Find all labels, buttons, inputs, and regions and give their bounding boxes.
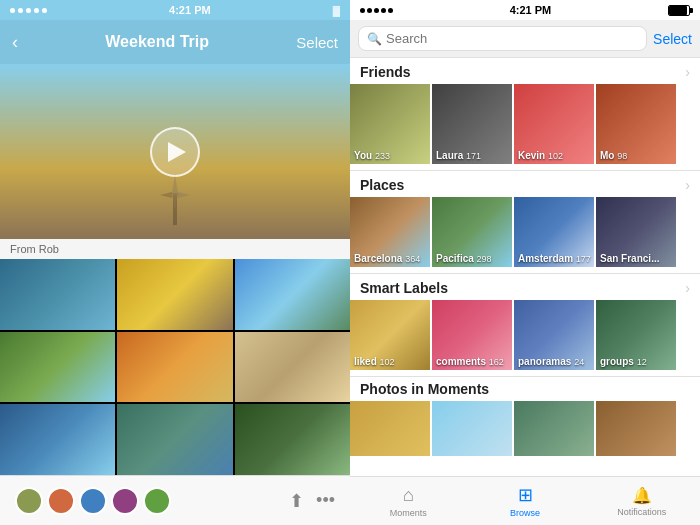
photo-cell[interactable] <box>235 404 350 475</box>
nav-title: Weekend Trip <box>105 33 209 51</box>
more-icon[interactable]: ••• <box>316 490 335 511</box>
friend-count: 233 <box>375 151 390 161</box>
chevron-right-icon: › <box>685 280 690 296</box>
tab-notifications-label: Notifications <box>617 507 666 517</box>
smart-labels-title: Smart Labels <box>360 280 448 296</box>
avatar[interactable] <box>143 487 171 515</box>
search-bar: 🔍 Select <box>350 20 700 58</box>
battery-fill <box>669 6 687 15</box>
place-cell-pacifica[interactable]: Pacifica 298 <box>432 197 512 267</box>
select-button[interactable]: Select <box>653 31 692 47</box>
moment-cell[interactable] <box>596 401 676 456</box>
chevron-right-icon: › <box>685 64 690 80</box>
photo-cell[interactable] <box>117 404 232 475</box>
svg-marker-2 <box>178 192 190 198</box>
signal-dot <box>18 8 23 13</box>
signal-dot <box>360 8 365 13</box>
signal-dot <box>26 8 31 13</box>
friend-name: You 233 <box>354 150 390 161</box>
photo-cell[interactable] <box>235 259 350 330</box>
friend-name: Mo 98 <box>600 150 627 161</box>
moment-cell[interactable] <box>432 401 512 456</box>
photo-cell[interactable] <box>0 332 115 403</box>
friend-cell-mo[interactable]: Mo 98 <box>596 84 676 164</box>
tab-moments-label: Moments <box>390 508 427 518</box>
friend-cell-kevin[interactable]: Kevin 102 <box>514 84 594 164</box>
tab-browse-label: Browse <box>510 508 540 518</box>
photo-cell[interactable] <box>117 332 232 403</box>
place-cell-sanfran[interactable]: San Franci... <box>596 197 676 267</box>
browse-icon: ⊞ <box>518 484 533 506</box>
smart-name: comments 162 <box>436 356 504 367</box>
signal-dot <box>374 8 379 13</box>
upload-icon[interactable]: ⬆ <box>289 490 304 512</box>
tab-notifications[interactable]: 🔔 Notifications <box>583 486 700 517</box>
photo-cell[interactable] <box>117 259 232 330</box>
status-time: 4:21 PM <box>510 4 552 16</box>
place-cell-amsterdam[interactable]: Amsterdam 177 <box>514 197 594 267</box>
search-input[interactable] <box>386 31 638 46</box>
back-button[interactable]: ‹ <box>12 32 18 53</box>
signal-dot <box>42 8 47 13</box>
photo-cell[interactable] <box>0 259 115 330</box>
place-name: Pacifica 298 <box>436 253 492 264</box>
smart-name: groups 12 <box>600 356 647 367</box>
place-cell-barcelona[interactable]: Barcelona 364 <box>350 197 430 267</box>
moment-cell[interactable] <box>350 401 430 456</box>
smart-cell-liked[interactable]: liked 102 <box>350 300 430 370</box>
signal-dots <box>10 8 47 13</box>
avatar[interactable] <box>15 487 43 515</box>
friends-section: Friends › You 233 Laura 171 Kevin 102 Mo… <box>350 58 700 170</box>
smart-labels-header[interactable]: Smart Labels › <box>350 274 700 300</box>
smart-count: 24 <box>574 357 584 367</box>
signal-dot <box>34 8 39 13</box>
battery-icon <box>668 5 690 16</box>
friend-cell-laura[interactable]: Laura 171 <box>432 84 512 164</box>
battery-icon: ▓ <box>333 5 340 16</box>
photo-cell[interactable] <box>0 404 115 475</box>
signal-dots <box>360 8 393 13</box>
bottom-toolbar: ⬆ ••• <box>0 475 350 525</box>
place-count: 298 <box>477 254 492 264</box>
friend-name: Kevin 102 <box>518 150 563 161</box>
avatar[interactable] <box>79 487 107 515</box>
moments-row <box>350 401 700 456</box>
nav-bar: ‹ Weekend Trip Select <box>0 20 350 64</box>
notifications-icon: 🔔 <box>632 486 652 505</box>
tab-bar: ⌂ Moments ⊞ Browse 🔔 Notifications <box>350 476 700 525</box>
place-name: Barcelona 364 <box>354 253 420 264</box>
photo-cell[interactable] <box>235 332 350 403</box>
svg-marker-1 <box>172 175 178 193</box>
from-label: From Rob <box>0 239 350 259</box>
places-title: Places <box>360 177 404 193</box>
signal-dot <box>367 8 372 13</box>
avatar[interactable] <box>47 487 75 515</box>
chevron-right-icon: › <box>685 177 690 193</box>
search-input-wrap: 🔍 <box>358 26 647 51</box>
places-header[interactable]: Places › <box>350 171 700 197</box>
avatar[interactable] <box>111 487 139 515</box>
tab-moments[interactable]: ⌂ Moments <box>350 485 467 518</box>
toolbar-icons: ⬆ ••• <box>289 490 335 512</box>
windmill-icon <box>160 175 190 229</box>
friend-cell-you[interactable]: You 233 <box>350 84 430 164</box>
left-panel: 4:21 PM ▓ ‹ Weekend Trip Select From Rob <box>0 0 350 525</box>
play-button[interactable] <box>150 127 200 177</box>
select-button[interactable]: Select <box>296 34 338 51</box>
place-count: 177 <box>576 254 591 264</box>
smart-count: 162 <box>489 357 504 367</box>
smart-cell-groups[interactable]: groups 12 <box>596 300 676 370</box>
smart-cell-panoramas[interactable]: panoramas 24 <box>514 300 594 370</box>
avatar-strip <box>15 487 171 515</box>
smart-cell-comments[interactable]: comments 162 <box>432 300 512 370</box>
status-time: 4:21 PM <box>169 4 211 16</box>
tab-browse[interactable]: ⊞ Browse <box>467 484 584 518</box>
friend-count: 98 <box>617 151 627 161</box>
signal-dot <box>10 8 15 13</box>
status-bar-left: 4:21 PM ▓ <box>0 0 350 20</box>
hero-video[interactable] <box>0 64 350 239</box>
status-bar-right: 4:21 PM <box>350 0 700 20</box>
moment-cell[interactable] <box>514 401 594 456</box>
friends-header[interactable]: Friends › <box>350 58 700 84</box>
friends-row: You 233 Laura 171 Kevin 102 Mo 98 <box>350 84 700 170</box>
